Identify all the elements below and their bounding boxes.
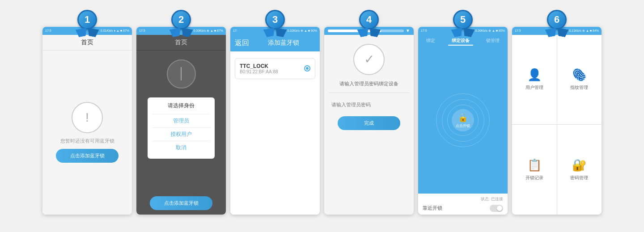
list-icon: 📋 bbox=[527, 158, 542, 172]
screen-wrapper-6: 6 17:5 0.21Kb/s ⊕ ▲ ■ 84% 👤 用户管理 🫆 指纹管理 … bbox=[512, 18, 602, 215]
badge-ribbon-5 bbox=[452, 29, 474, 38]
device-radio[interactable] bbox=[304, 65, 310, 72]
badge-number-6: 6 bbox=[547, 10, 567, 30]
screen-wrapper-2: 2 17:5 0.00Kb/s ⊕ ▲ ■ 87% 首页 请选择身份 管理员 授… bbox=[136, 18, 226, 215]
device-name: TTC_LOCK bbox=[240, 63, 278, 69]
password-mgmt-label: 密码管理 bbox=[570, 175, 588, 181]
menu-unlock-records[interactable]: 📋 开锁记录 bbox=[512, 125, 557, 215]
device-mac: B0:91:22:BF:AA:88 bbox=[240, 69, 278, 74]
dial-line bbox=[181, 67, 182, 80]
admin-option[interactable]: 管理员 bbox=[152, 114, 210, 127]
status-row: 状态: 已连接 bbox=[423, 196, 503, 202]
unlock-records-label: 开锁记录 bbox=[525, 175, 543, 181]
screen1-body: ! 您暂时还没有可用蓝牙锁 点击添加蓝牙锁 bbox=[42, 51, 132, 215]
radar-animation: 🔒 点击开锁 bbox=[434, 91, 492, 149]
lock-action-label: 点击开锁 bbox=[456, 123, 470, 128]
phone-screen-4: ▼ ✓ 请输入管理员密码绑定设备 完成 bbox=[324, 27, 414, 215]
add-bluetooth-button-1[interactable]: 点击添加蓝牙锁 bbox=[56, 149, 119, 163]
radio-inner bbox=[306, 67, 309, 70]
modal-title: 请选择身份 bbox=[152, 102, 210, 110]
badge-5: 5 bbox=[452, 10, 474, 38]
menu-password-management[interactable]: 🔐 密码管理 bbox=[557, 125, 602, 215]
screen2-body: 请选择身份 管理员 授权用户 取消 bbox=[136, 51, 226, 192]
screen-wrapper-4: 4 ▼ ✓ 请输入管理员密码绑定设备 完成 bbox=[324, 18, 414, 215]
badge-number-1: 1 bbox=[77, 10, 97, 30]
screen6-menu: 👤 用户管理 🫆 指纹管理 📋 开锁记录 🔐 密码管理 bbox=[512, 35, 602, 215]
phone-screen-3: 17: 0.02Kb/s ⊕ ▲ ■ 90% 返回 添加蓝牙锁 TTC_LOCK… bbox=[230, 27, 320, 215]
tab-lock-manage[interactable]: 锁管理 bbox=[483, 37, 503, 46]
divider bbox=[329, 93, 409, 93]
badge-ribbon-4 bbox=[358, 29, 380, 38]
password-lock-icon: 🔐 bbox=[572, 158, 586, 172]
screen2-footer: 点击添加蓝牙锁 bbox=[136, 192, 226, 215]
screen5-body: 🔒 点击开锁 bbox=[418, 47, 508, 194]
cancel-option[interactable]: 取消 bbox=[152, 141, 210, 154]
menu-user-management[interactable]: 👤 用户管理 bbox=[512, 35, 557, 125]
dial-icon bbox=[167, 59, 196, 89]
screen-wrapper-1: 1 17:5 0.01Kb/s ♦ ▲ ■ 87% 首页 ! 您暂时还没有可用蓝… bbox=[42, 18, 132, 215]
toggle-label: 靠近开锁 bbox=[423, 205, 442, 211]
phone-screen-5: 17:5 0.00Kb/s ⊕ ▲ ■ 85% 绑定 绑定设备 锁管理 🔒 点击… bbox=[418, 27, 508, 215]
tab-bind[interactable]: 绑定 bbox=[423, 37, 439, 46]
fingerprint-mgmt-label: 指纹管理 bbox=[570, 84, 588, 91]
badge-number-4: 4 bbox=[359, 10, 379, 30]
screen3-title: 添加蓝牙锁 bbox=[252, 39, 315, 47]
badge-ribbon-2 bbox=[170, 29, 192, 38]
exclamation-icon: ! bbox=[72, 102, 103, 133]
fingerprint-icon: 🫆 bbox=[572, 68, 586, 82]
badge-number-2: 2 bbox=[171, 10, 191, 30]
add-bluetooth-button-2[interactable]: 点击添加蓝牙锁 bbox=[150, 196, 212, 210]
badge-ribbon-1 bbox=[76, 29, 98, 38]
lock-center[interactable]: 🔒 点击开锁 bbox=[452, 109, 474, 131]
badge-ribbon-3 bbox=[264, 29, 286, 38]
user-mgmt-label: 用户管理 bbox=[525, 84, 543, 91]
toggle-knob bbox=[497, 206, 502, 211]
badge-2: 2 bbox=[170, 10, 192, 38]
proximity-toggle[interactable] bbox=[490, 205, 503, 212]
screen4-body: ✓ 请输入管理员密码绑定设备 完成 bbox=[324, 35, 414, 215]
back-button[interactable]: 返回 bbox=[235, 38, 249, 48]
screen-wrapper-3: 3 17: 0.02Kb/s ⊕ ▲ ■ 90% 返回 添加蓝牙锁 TTC_LO… bbox=[230, 18, 320, 215]
dropdown-arrow[interactable]: ▼ bbox=[406, 28, 410, 33]
no-device-hint: 您暂时还没有可用蓝牙锁 bbox=[60, 138, 114, 144]
badge-ribbon-6 bbox=[546, 29, 568, 38]
bind-hint: 请输入管理员密码绑定设备 bbox=[339, 80, 398, 87]
check-icon: ✓ bbox=[353, 44, 385, 75]
password-input[interactable] bbox=[329, 98, 409, 111]
screen5-footer: 状态: 已连接 靠近开锁 bbox=[418, 194, 508, 215]
toggle-row: 靠近开锁 bbox=[423, 205, 503, 212]
device-item[interactable]: TTC_LOCK B0:91:22:BF:AA:88 bbox=[235, 58, 315, 79]
screen-wrapper-5: 5 17:5 0.00Kb/s ⊕ ▲ ■ 85% 绑定 绑定设备 锁管理 🔒 … bbox=[418, 18, 508, 215]
badge-3: 3 bbox=[264, 10, 286, 38]
badge-6: 6 bbox=[546, 10, 568, 38]
connection-status: 状态: 已连接 bbox=[481, 196, 503, 202]
device-info: TTC_LOCK B0:91:22:BF:AA:88 bbox=[240, 63, 278, 74]
phone-screen-1: 17:5 0.01Kb/s ♦ ▲ ■ 87% 首页 ! 您暂时还没有可用蓝牙锁… bbox=[42, 27, 132, 215]
badge-number-3: 3 bbox=[265, 10, 285, 30]
authorized-user-option[interactable]: 授权用户 bbox=[152, 127, 210, 141]
complete-button[interactable]: 完成 bbox=[338, 116, 400, 130]
person-icon: 👤 bbox=[527, 68, 542, 82]
badge-number-5: 5 bbox=[453, 10, 473, 30]
identity-modal: 请选择身份 管理员 授权用户 取消 bbox=[148, 97, 215, 159]
phone-screen-6: 17:5 0.21Kb/s ⊕ ▲ ■ 84% 👤 用户管理 🫆 指纹管理 📋 … bbox=[512, 27, 602, 215]
menu-fingerprint-management[interactable]: 🫆 指纹管理 bbox=[557, 35, 602, 125]
badge-1: 1 bbox=[76, 10, 98, 38]
tab-bind-device[interactable]: 绑定设备 bbox=[448, 37, 473, 46]
screen3-body: TTC_LOCK B0:91:22:BF:AA:88 bbox=[230, 51, 320, 215]
phone-screen-2: 17:5 0.00Kb/s ⊕ ▲ ■ 87% 首页 请选择身份 管理员 授权用… bbox=[136, 27, 226, 215]
badge-4: 4 bbox=[358, 10, 380, 38]
lock-icon: 🔒 bbox=[458, 113, 468, 122]
